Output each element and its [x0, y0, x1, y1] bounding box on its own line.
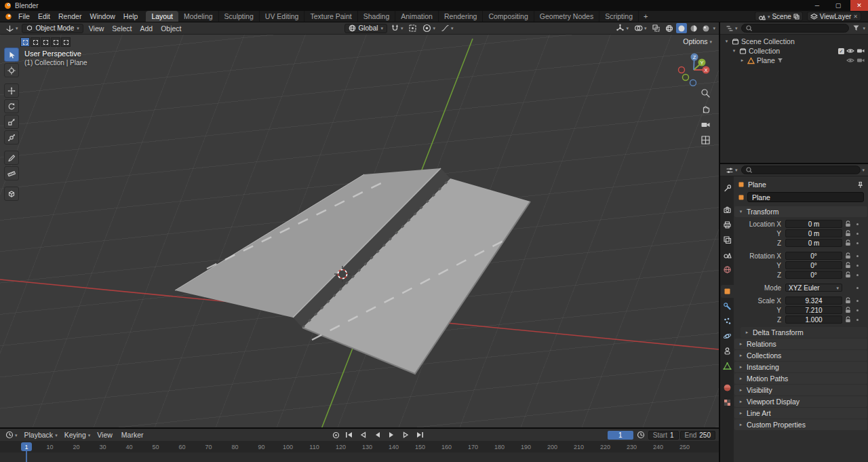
tab-data[interactable]: [721, 360, 734, 372]
select-mode-intersect[interactable]: [61, 37, 71, 47]
shading-wireframe-button[interactable]: [664, 23, 675, 33]
workspace-tab[interactable]: Shading: [358, 11, 396, 22]
tool-scale[interactable]: [4, 115, 19, 129]
panel-header[interactable]: ▸ Instancing: [734, 362, 867, 372]
tab-output[interactable]: [721, 218, 734, 231]
xray-toggle-button[interactable]: [650, 23, 663, 34]
workspace-tab[interactable]: Rendering: [439, 11, 483, 22]
number-field[interactable]: 0°: [785, 271, 842, 280]
eye-icon[interactable]: [846, 57, 854, 64]
tab-scene[interactable]: [721, 248, 734, 261]
preview-range-button[interactable]: [635, 429, 647, 440]
panel-header[interactable]: ▸ Line Art: [734, 408, 867, 419]
jump-to-end-button[interactable]: [414, 429, 426, 440]
panel-header[interactable]: ▸ Custom Properties: [734, 419, 867, 430]
rotation-mode-dropdown[interactable]: XYZ Euler ▾: [785, 284, 842, 292]
lock-icon[interactable]: [842, 220, 853, 227]
lock-icon[interactable]: [842, 252, 853, 259]
viewport-3d[interactable]: Options ▾ User Perspective (1) Collectio…: [0, 35, 719, 427]
transform-orientation-selector[interactable]: Global ▾: [344, 24, 387, 33]
current-frame-field[interactable]: 1: [608, 431, 633, 440]
perspective-toggle-icon[interactable]: [701, 134, 711, 145]
menu-item[interactable]: Window: [85, 11, 119, 22]
tab-physics[interactable]: [721, 330, 734, 343]
timeline-menu-item[interactable]: Keying▾: [61, 429, 94, 441]
select-mode-new[interactable]: [20, 37, 30, 47]
tab-constraints[interactable]: [721, 345, 734, 358]
workspace-tab[interactable]: Texture Paint: [304, 11, 357, 22]
tab-world[interactable]: [721, 263, 734, 276]
snap-toggle-button[interactable]: ▾: [389, 23, 406, 34]
play-button[interactable]: [386, 429, 397, 440]
zoom-icon[interactable]: [701, 88, 711, 98]
camera-view-icon[interactable]: [701, 119, 711, 130]
minimize-button[interactable]: ─: [808, 0, 826, 11]
number-field[interactable]: 1.000: [785, 315, 842, 324]
animate-dot[interactable]: [853, 242, 861, 244]
number-field[interactable]: 7.210: [785, 306, 842, 315]
scene-selector[interactable]: ▾ Scene: [755, 12, 803, 21]
proportional-edit-button[interactable]: ▾: [420, 23, 437, 34]
lock-icon[interactable]: [842, 271, 853, 278]
prev-keyframe-button[interactable]: [357, 429, 369, 440]
next-keyframe-button[interactable]: [400, 429, 412, 440]
workspace-tab[interactable]: Compositing: [483, 11, 534, 22]
menu-item[interactable]: File: [14, 11, 34, 22]
frame-end-field[interactable]: End 250: [680, 431, 715, 440]
pan-hand-icon[interactable]: [701, 103, 711, 114]
number-field[interactable]: 0°: [785, 261, 842, 270]
properties-editor-type-button[interactable]: ▾: [724, 165, 740, 176]
animate-dot[interactable]: [853, 223, 861, 225]
timeline-editor-type-button[interactable]: ▾: [3, 429, 20, 440]
tab-modifiers[interactable]: [721, 300, 734, 313]
menu-item[interactable]: Render: [54, 11, 85, 22]
number-field[interactable]: 9.324: [785, 296, 842, 305]
outliner-search[interactable]: [741, 24, 849, 33]
tab-object[interactable]: [721, 285, 734, 298]
panel-header[interactable]: ▸ Visibility: [734, 385, 867, 396]
render-camera-icon[interactable]: [856, 57, 865, 64]
panel-header[interactable]: ▸ Motion Paths: [734, 373, 867, 384]
expand-icon[interactable]: ▾: [724, 39, 730, 44]
lock-icon[interactable]: [842, 297, 853, 304]
lock-icon[interactable]: [842, 316, 853, 323]
tool-rotate[interactable]: [4, 99, 19, 113]
navigation-gizmo[interactable]: X Y Z: [675, 51, 713, 89]
mode-selector[interactable]: Object Mode ▾: [22, 24, 83, 33]
expand-icon[interactable]: ▸: [739, 58, 745, 63]
number-field[interactable]: 0 m: [785, 220, 842, 229]
select-mode-subtract[interactable]: [41, 37, 50, 47]
editor-type-button[interactable]: ▾: [3, 23, 20, 34]
outliner-row-collection[interactable]: ▾ Collection ✓: [720, 46, 868, 56]
timeline-menu-item[interactable]: View: [94, 429, 118, 441]
breadcrumb[interactable]: Plane: [734, 178, 868, 190]
animate-dot[interactable]: [853, 233, 861, 235]
tool-measure[interactable]: [4, 166, 19, 180]
show-gizmo-button[interactable]: ▾: [614, 23, 631, 34]
snap-target-button[interactable]: [406, 23, 419, 34]
outliner-tree[interactable]: ▾ Scene Collection ▾ Collection ✓: [720, 35, 868, 163]
tool-add-cube[interactable]: [4, 187, 19, 201]
lock-icon[interactable]: [842, 262, 853, 269]
play-reverse-button[interactable]: [372, 429, 383, 440]
scene-canvas[interactable]: [0, 35, 719, 427]
filter-icon[interactable]: [850, 23, 862, 34]
lock-icon[interactable]: [842, 307, 853, 313]
viewport-menu-item[interactable]: Select: [108, 22, 136, 34]
delta-transform-panel-header[interactable]: ▸ Delta Transform: [741, 327, 867, 338]
select-mode-extend[interactable]: [31, 37, 40, 47]
number-field[interactable]: 0 m: [785, 229, 842, 238]
workspace-tab[interactable]: Sculpting: [219, 11, 260, 22]
shading-material-button[interactable]: [688, 23, 699, 33]
playhead[interactable]: 1: [21, 442, 32, 451]
tab-texture[interactable]: [721, 396, 734, 409]
shading-rendered-button[interactable]: [701, 23, 711, 33]
tab-particles[interactable]: [721, 315, 734, 328]
transform-panel-header[interactable]: ▾ Transform: [734, 206, 867, 217]
workspace-tab[interactable]: Geometry Nodes: [534, 11, 599, 22]
outliner-row-plane[interactable]: ▸ Plane: [720, 56, 868, 65]
tool-cursor[interactable]: [4, 63, 19, 77]
panel-header[interactable]: ▸ Collections: [734, 350, 867, 361]
options-dropdown[interactable]: Options ▾: [683, 37, 712, 45]
workspace-tab[interactable]: Animation: [395, 11, 439, 22]
